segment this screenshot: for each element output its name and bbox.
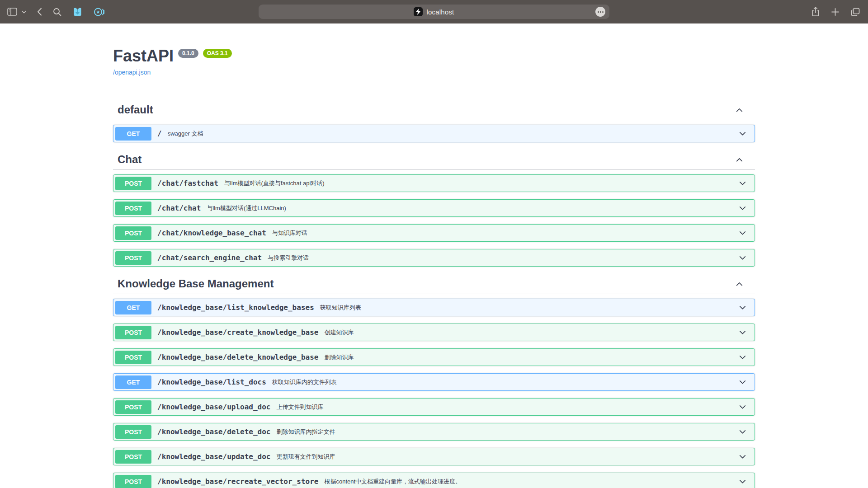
endpoint-path: /chat/chat	[157, 204, 201, 212]
collapse-section-button[interactable]	[735, 279, 750, 289]
endpoint-description: swagger 文档	[168, 130, 203, 138]
opblock-tag-section: Chat POST /chat/fastchat 与llm模型对话(直接与fas…	[113, 150, 755, 267]
section-title: Knowledge Base Management	[118, 277, 274, 290]
page-options-button[interactable]	[595, 7, 605, 17]
version-badge: 0.1.0	[178, 49, 198, 58]
endpoint-path: /knowledge_base/list_knowledge_bases	[157, 303, 314, 312]
endpoint-row[interactable]: GET / swagger 文档	[113, 125, 755, 142]
section-body: GET / swagger 文档	[113, 120, 755, 142]
endpoint-path: /chat/search_engine_chat	[157, 253, 262, 262]
expand-endpoint-button[interactable]	[738, 352, 753, 362]
endpoint-row[interactable]: POST /knowledge_base/update_doc 更新现有文件到知…	[113, 448, 755, 465]
endpoint-row[interactable]: POST /chat/search_engine_chat 与搜索引擎对话	[113, 249, 755, 267]
address-bar[interactable]: localhost	[259, 5, 609, 19]
method-badge: POST	[115, 425, 151, 439]
endpoint-path: /chat/fastchat	[157, 179, 218, 188]
method-badge: POST	[115, 326, 151, 339]
endpoint-row[interactable]: POST /knowledge_base/recreate_vector_sto…	[113, 473, 755, 488]
sidebar-toggle-icon[interactable]	[7, 8, 17, 16]
endpoint-description: 更新现有文件到知识库	[276, 453, 335, 461]
method-badge: GET	[115, 375, 151, 389]
endpoint-description: 上传文件到知识库	[276, 403, 323, 411]
endpoint-row[interactable]: POST /knowledge_base/delete_doc 删除知识库内指定…	[113, 423, 755, 441]
method-badge: POST	[115, 475, 151, 488]
endpoint-row[interactable]: GET /knowledge_base/list_knowledge_bases…	[113, 299, 755, 316]
toolbar-left	[0, 7, 104, 17]
endpoint-description: 与llm模型对话(直接与fastchat api对话)	[224, 179, 325, 188]
expand-endpoint-button[interactable]	[738, 477, 753, 486]
collapse-section-button[interactable]	[735, 155, 750, 164]
endpoint-description: 删除知识库内指定文件	[276, 428, 335, 436]
expand-endpoint-button[interactable]	[738, 377, 753, 387]
expand-endpoint-button[interactable]	[738, 228, 753, 238]
endpoint-row[interactable]: POST /chat/knowledge_base_chat 与知识库对话	[113, 224, 755, 242]
sidebar-chevron-icon[interactable]	[22, 10, 26, 14]
endpoint-description: 创建知识库	[324, 328, 354, 337]
endpoint-row[interactable]: POST /knowledge_base/create_knowledge_ba…	[113, 324, 755, 341]
expand-endpoint-button[interactable]	[738, 402, 753, 412]
endpoint-path: /knowledge_base/upload_doc	[157, 403, 270, 411]
method-badge: GET	[115, 301, 151, 314]
openapi-json-link[interactable]: /openapi.json	[113, 69, 151, 76]
expand-endpoint-button[interactable]	[738, 328, 753, 337]
swagger-wrapper: FastAPI 0.1.0 OAS 3.1 /openapi.json defa…	[113, 23, 755, 488]
endpoint-row[interactable]: POST /chat/chat 与llm模型对话(通过LLMChain)	[113, 199, 755, 217]
sections-container: default GET / swagger 文档 Chat	[113, 100, 755, 488]
endpoint-description: 获取知识库内的文件列表	[272, 378, 337, 386]
method-badge: POST	[115, 177, 151, 190]
endpoint-description: 删除知识库	[324, 353, 354, 361]
method-badge: POST	[115, 400, 151, 414]
back-icon[interactable]	[37, 8, 42, 16]
expand-endpoint-button[interactable]	[738, 129, 753, 138]
collapse-section-button[interactable]	[735, 105, 750, 115]
endpoint-path: /knowledge_base/recreate_vector_store	[157, 477, 318, 486]
endpoint-path: /knowledge_base/update_doc	[157, 452, 270, 461]
expand-endpoint-button[interactable]	[738, 303, 753, 312]
method-badge: POST	[115, 351, 151, 364]
expand-endpoint-button[interactable]	[738, 452, 753, 461]
share-icon[interactable]	[811, 7, 820, 17]
endpoint-path: /knowledge_base/delete_doc	[157, 427, 270, 436]
endpoint-row[interactable]: POST /chat/fastchat 与llm模型对话(直接与fastchat…	[113, 174, 755, 192]
section-header[interactable]: Knowledge Base Management	[113, 274, 755, 294]
page-title: FastAPI	[113, 46, 174, 66]
expand-endpoint-button[interactable]	[738, 203, 753, 213]
method-badge: POST	[115, 226, 151, 240]
page-content: FastAPI 0.1.0 OAS 3.1 /openapi.json defa…	[0, 23, 868, 488]
extension-bookmark-icon[interactable]	[72, 7, 83, 17]
endpoint-description: 根据content中文档重建向量库，流式输出处理进度。	[324, 478, 461, 486]
opblock-tag-section: Knowledge Base Management GET /knowledge…	[113, 274, 755, 488]
section-title: Chat	[118, 153, 142, 166]
section-header[interactable]: default	[113, 100, 755, 120]
url-text: localhost	[426, 8, 454, 16]
section-title: default	[118, 103, 153, 116]
method-badge: POST	[115, 251, 151, 265]
expand-endpoint-button[interactable]	[738, 178, 753, 188]
browser-chrome: localhost	[0, 0, 868, 23]
extension-radar-icon[interactable]	[94, 7, 104, 17]
section-body: GET /knowledge_base/list_knowledge_bases…	[113, 294, 755, 488]
endpoint-row[interactable]: POST /knowledge_base/upload_doc 上传文件到知识库	[113, 398, 755, 416]
endpoint-path: /chat/knowledge_base_chat	[157, 229, 266, 237]
new-tab-icon[interactable]	[831, 8, 839, 16]
endpoint-description: 与知识库对话	[272, 229, 307, 237]
expand-endpoint-button[interactable]	[738, 427, 753, 436]
endpoint-path: /knowledge_base/delete_knowledge_base	[157, 353, 318, 361]
endpoint-description: 与搜索引擎对话	[268, 254, 309, 262]
api-info: FastAPI 0.1.0 OAS 3.1 /openapi.json	[113, 46, 755, 76]
endpoint-path: /knowledge_base/create_knowledge_base	[157, 328, 318, 337]
section-header[interactable]: Chat	[113, 150, 755, 170]
method-badge: POST	[115, 202, 151, 215]
search-icon[interactable]	[53, 8, 61, 16]
tab-overview-icon[interactable]	[851, 8, 860, 16]
endpoint-description: 与llm模型对话(通过LLMChain)	[207, 204, 286, 212]
expand-endpoint-button[interactable]	[738, 253, 753, 263]
fastapi-favicon-icon	[414, 7, 423, 16]
method-badge: GET	[115, 127, 151, 141]
endpoint-row[interactable]: POST /knowledge_base/delete_knowledge_ba…	[113, 348, 755, 366]
endpoint-row[interactable]: GET /knowledge_base/list_docs 获取知识库内的文件列…	[113, 373, 755, 391]
section-body: POST /chat/fastchat 与llm模型对话(直接与fastchat…	[113, 170, 755, 267]
method-badge: POST	[115, 450, 151, 464]
endpoint-path: /knowledge_base/list_docs	[157, 378, 266, 386]
opblock-tag-section: default GET / swagger 文档	[113, 100, 755, 142]
